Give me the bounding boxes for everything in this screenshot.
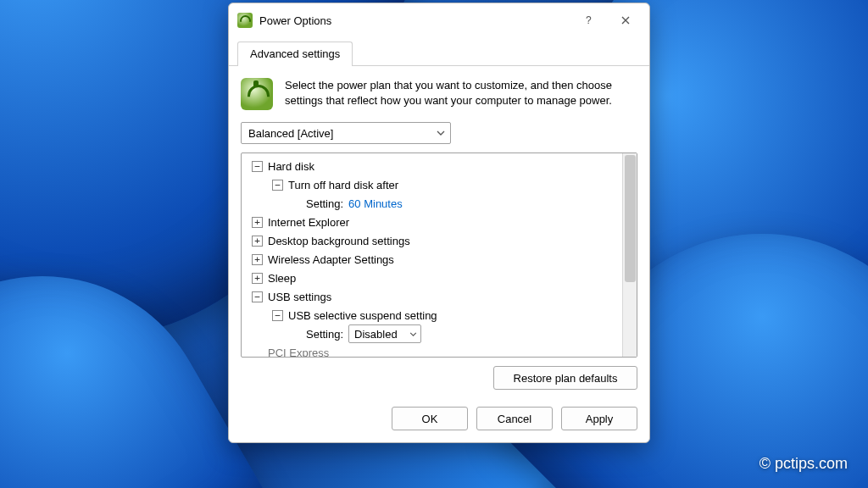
expand-icon[interactable]: + bbox=[252, 217, 263, 228]
tree-content[interactable]: − Hard disk − Turn off hard disk after S… bbox=[242, 153, 622, 357]
tree-node-usb-settings[interactable]: − USB settings bbox=[243, 287, 620, 306]
svg-text:?: ? bbox=[586, 15, 592, 25]
tree-node-internet-explorer[interactable]: + Internet Explorer bbox=[243, 213, 620, 231]
collapse-icon[interactable]: − bbox=[252, 161, 263, 172]
tab-advanced-settings[interactable]: Advanced settings bbox=[237, 42, 353, 66]
plan-selector-value: Balanced [Active] bbox=[248, 127, 333, 140]
expand-icon[interactable]: + bbox=[252, 273, 263, 284]
tabstrip: Advanced settings bbox=[229, 37, 649, 66]
window-title: Power Options bbox=[259, 14, 570, 27]
help-button[interactable]: ? bbox=[570, 8, 607, 33]
scrollbar[interactable] bbox=[622, 153, 637, 357]
plan-selector[interactable]: Balanced [Active] bbox=[241, 122, 451, 144]
cancel-button[interactable]: Cancel bbox=[476, 407, 553, 430]
node-label: Wireless Adapter Settings bbox=[268, 253, 394, 266]
tree-node-wireless-adapter[interactable]: + Wireless Adapter Settings bbox=[243, 250, 620, 269]
node-label: Hard disk bbox=[268, 160, 314, 173]
setting-value-link[interactable]: 60 Minutes bbox=[348, 197, 403, 210]
collapse-icon[interactable]: − bbox=[272, 180, 283, 191]
setting-label: Setting: bbox=[306, 197, 343, 210]
tree-node-usb-setting[interactable]: Setting: Disabled bbox=[243, 324, 620, 343]
power-options-dialog: Power Options ? Advanced settings Select… bbox=[228, 3, 650, 443]
tree-node-desktop-background[interactable]: + Desktop background settings bbox=[243, 231, 620, 250]
tree-node-hard-disk-setting[interactable]: Setting: 60 Minutes bbox=[243, 194, 620, 213]
restore-defaults-button[interactable]: Restore plan defaults bbox=[493, 366, 637, 390]
intro-text: Select the power plan that you want to c… bbox=[285, 78, 637, 110]
ok-button[interactable]: OK bbox=[392, 407, 468, 430]
close-button[interactable] bbox=[607, 8, 644, 33]
node-label: Turn off hard disk after bbox=[288, 179, 398, 191]
tree-node-hard-disk[interactable]: − Hard disk bbox=[243, 157, 620, 175]
intro-row: Select the power plan that you want to c… bbox=[241, 78, 637, 110]
tree-node-usb-selective-suspend[interactable]: − USB selective suspend setting bbox=[243, 306, 620, 324]
panel: Select the power plan that you want to c… bbox=[229, 66, 649, 398]
dialog-footer: OK Cancel Apply bbox=[229, 398, 649, 442]
tree-node-sleep[interactable]: + Sleep bbox=[243, 269, 620, 287]
power-plan-large-icon bbox=[241, 78, 273, 110]
usb-setting-dropdown[interactable]: Disabled bbox=[348, 324, 421, 343]
expand-icon[interactable]: + bbox=[252, 254, 263, 265]
collapse-icon[interactable]: − bbox=[272, 310, 283, 321]
setting-label: Setting: bbox=[306, 328, 343, 341]
node-label: Sleep bbox=[268, 272, 296, 285]
chevron-down-icon bbox=[409, 332, 417, 336]
usb-setting-value: Disabled bbox=[354, 328, 398, 341]
settings-tree: − Hard disk − Turn off hard disk after S… bbox=[241, 152, 637, 358]
tree-node-turn-off-hard-disk[interactable]: − Turn off hard disk after bbox=[243, 175, 620, 194]
node-label: Internet Explorer bbox=[268, 216, 349, 229]
titlebar: Power Options ? bbox=[229, 3, 649, 37]
watermark: © pctips.com bbox=[760, 455, 848, 473]
expand-icon[interactable]: + bbox=[252, 236, 263, 247]
node-label: PCI Express bbox=[268, 347, 329, 358]
apply-button[interactable]: Apply bbox=[561, 407, 637, 430]
power-plan-icon bbox=[237, 13, 253, 28]
node-label: Desktop background settings bbox=[268, 235, 410, 247]
node-label: USB settings bbox=[268, 291, 331, 303]
tree-node-pci-express[interactable]: + PCI Express bbox=[243, 343, 620, 357]
chevron-down-icon bbox=[437, 130, 445, 136]
scrollbar-thumb[interactable] bbox=[625, 155, 636, 282]
node-label: USB selective suspend setting bbox=[288, 309, 437, 322]
collapse-icon[interactable]: − bbox=[252, 291, 263, 302]
